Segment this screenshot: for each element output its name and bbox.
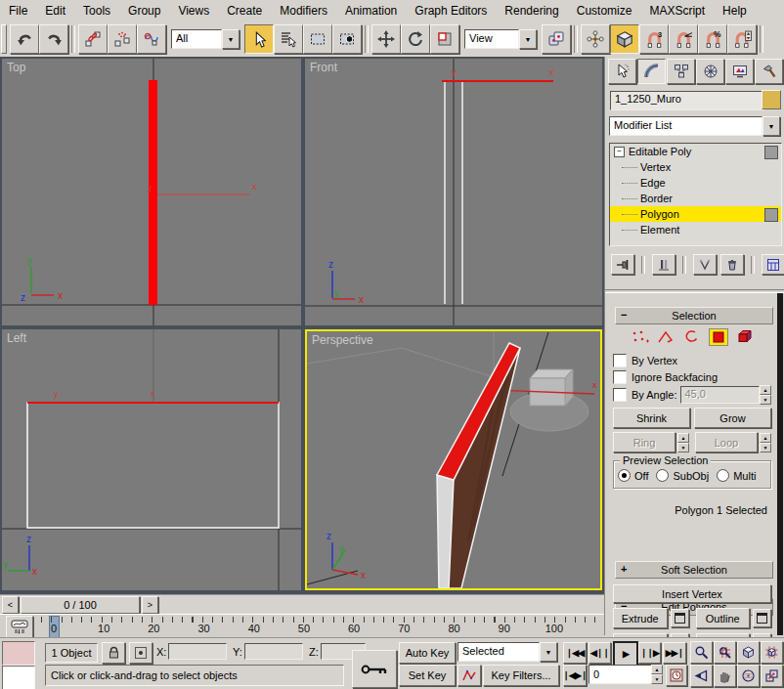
tab-hierarchy[interactable] — [667, 59, 695, 84]
outline-settings-button[interactable] — [753, 609, 771, 627]
set-key-button[interactable]: Set Key — [399, 665, 456, 686]
maxscript-macro-pane[interactable] — [2, 641, 35, 666]
play-button[interactable]: ▶ — [613, 641, 638, 667]
select-and-scale-button[interactable] — [430, 24, 459, 54]
stack-row-element[interactable]: Element — [610, 222, 781, 237]
track-bar[interactable]: 0102030405060708090100 — [0, 614, 604, 638]
zoom-extents-button[interactable] — [737, 641, 760, 664]
y-coordinate-field[interactable] — [244, 643, 303, 660]
zoom-extents-all-button[interactable] — [761, 641, 783, 664]
loop-button[interactable]: Loop — [695, 432, 758, 452]
configure-modifier-sets-button[interactable] — [762, 254, 784, 275]
select-and-link-button[interactable] — [78, 24, 108, 54]
x-coordinate-field[interactable] — [168, 643, 227, 660]
ring-spinner[interactable]: ▲▼ — [677, 433, 689, 452]
stack-row-border[interactable]: Border — [610, 191, 781, 206]
menu-item[interactable]: Graph Editors — [406, 1, 496, 21]
percent-snap-button[interactable]: % — [698, 24, 727, 54]
maxscript-listener-pane[interactable] — [2, 666, 35, 689]
current-frame-field[interactable]: 0 — [588, 665, 655, 684]
stack-row-polygon-selected[interactable]: Polygon — [610, 206, 781, 222]
dropdown-arrow-icon[interactable]: ▼ — [222, 29, 240, 49]
select-object-button[interactable] — [244, 24, 274, 54]
go-to-end-button[interactable]: ▶▶❘ — [663, 642, 686, 664]
dropdown-arrow-icon[interactable]: ▼ — [762, 116, 780, 136]
next-frame-button[interactable]: ❘❘▶ — [638, 642, 661, 664]
viewport-front[interactable]: Front y x z y x — [305, 59, 602, 325]
wall-left-view[interactable] — [27, 403, 279, 528]
ignore-backfacing-row[interactable]: Ignore Backfacing — [613, 368, 771, 385]
by-angle-row[interactable]: By Angle: 45,0 ▲▼ — [613, 385, 771, 405]
extrude-settings-button[interactable] — [671, 609, 689, 627]
menu-item[interactable]: File — [0, 1, 36, 21]
object-color-swatch[interactable] — [762, 90, 781, 109]
stack-row-editable-poly[interactable]: − Editable Poly — [610, 144, 781, 159]
viewport-left[interactable]: Left y x z y x — [2, 329, 301, 590]
select-and-move-button[interactable] — [371, 24, 401, 54]
default-in-out-tangents-button[interactable] — [457, 665, 481, 686]
selection-filter-dropdown[interactable]: All ▼ — [171, 29, 240, 49]
extrude-button[interactable]: Extrude — [613, 608, 668, 628]
preview-multi-radio[interactable]: Multi — [717, 469, 756, 482]
menu-item[interactable]: Modifiers — [271, 1, 336, 21]
loop-spinner[interactable]: ▲▼ — [760, 433, 771, 452]
menu-item[interactable]: Tools — [74, 1, 119, 21]
menu-item[interactable]: Customize — [568, 1, 641, 21]
stack-onoff-box[interactable] — [764, 146, 778, 159]
snaps-toggle-button[interactable] — [610, 24, 639, 54]
select-and-rotate-button[interactable] — [401, 24, 430, 54]
element-subobject-button[interactable] — [735, 329, 755, 345]
ignore-backfacing-checkbox[interactable] — [613, 370, 627, 384]
go-to-start-button[interactable]: ❘◀◀ — [563, 642, 587, 664]
by-vertex-row[interactable]: By Vertex — [613, 352, 771, 368]
preview-off-radio[interactable]: Off — [618, 469, 648, 482]
dropdown-arrow-icon[interactable]: ▼ — [540, 642, 557, 662]
shrink-button[interactable]: Shrink — [613, 408, 690, 428]
unlink-selection-button[interactable] — [108, 24, 137, 54]
tab-utilities[interactable] — [755, 59, 783, 84]
zoom-all-button[interactable] — [714, 641, 736, 664]
open-mini-curve-editor-button[interactable] — [6, 616, 33, 638]
time-slider-handle[interactable]: 0 / 100 — [21, 596, 140, 614]
dropdown-arrow-icon[interactable]: ▼ — [519, 29, 537, 49]
bind-to-spacewarp-button[interactable] — [137, 24, 166, 54]
border-subobject-button[interactable] — [682, 329, 702, 345]
remove-modifier-button[interactable] — [720, 254, 744, 275]
reference-coordinate-dropdown[interactable]: View ▼ — [464, 29, 537, 49]
time-slider-prev-button[interactable]: < — [2, 596, 19, 614]
selection-lock-toggle[interactable] — [102, 642, 125, 664]
grow-button[interactable]: Grow — [694, 408, 771, 428]
viewport-perspective[interactable]: Perspective x — [305, 329, 602, 590]
edge-subobject-button[interactable] — [656, 329, 675, 345]
pin-stack-button[interactable] — [611, 254, 634, 275]
keyboard-shortcut-override-toggle[interactable] — [352, 650, 397, 688]
absolute-offset-mode-toggle[interactable] — [129, 642, 152, 664]
panel-scrollbar[interactable] — [777, 293, 783, 635]
show-end-result-button[interactable] — [652, 254, 675, 275]
modifier-list-dropdown[interactable]: Modifier List ▼ — [609, 116, 780, 136]
menu-item[interactable]: Edit — [36, 1, 74, 21]
redo-button[interactable] — [39, 24, 68, 54]
field-of-view-button[interactable] — [690, 665, 713, 687]
auto-key-button[interactable]: Auto Key — [399, 642, 456, 664]
by-vertex-checkbox[interactable] — [613, 354, 627, 367]
tab-create[interactable] — [608, 59, 636, 84]
vertex-subobject-button[interactable] — [630, 329, 649, 345]
snap-3d-button[interactable]: 3 — [639, 24, 669, 54]
menu-item[interactable]: Group — [119, 1, 169, 21]
menu-item[interactable]: Rendering — [496, 1, 567, 21]
by-angle-checkbox[interactable] — [613, 388, 627, 402]
previous-frame-button[interactable]: ◀❘❘ — [588, 642, 611, 664]
tab-modify[interactable] — [637, 59, 666, 84]
frame-spinner[interactable]: ▲▼ — [651, 665, 663, 684]
rectangular-selection-region-button[interactable] — [303, 24, 332, 54]
stack-onoff-box[interactable] — [764, 208, 778, 222]
by-angle-spinner[interactable]: ▲▼ — [760, 385, 771, 405]
selection-set-dropdown[interactable]: Selected ▼ — [457, 642, 557, 662]
arc-rotate-button[interactable] — [737, 665, 760, 687]
spinner-snap-button[interactable] — [727, 24, 757, 54]
time-configuration-button[interactable] — [666, 665, 687, 686]
menu-item[interactable]: Help — [714, 1, 756, 21]
make-unique-button[interactable] — [693, 254, 717, 275]
polygon-subobject-button-active[interactable] — [709, 328, 728, 346]
